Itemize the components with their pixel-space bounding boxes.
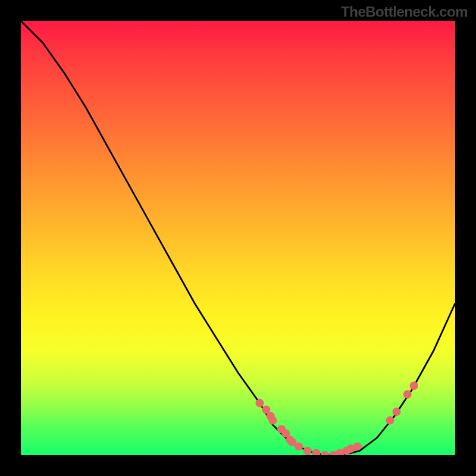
- watermark-text: TheBottleneck.com: [341, 4, 468, 20]
- chart-container: TheBottleneck.com: [0, 0, 476, 476]
- plot-background: [21, 21, 455, 455]
